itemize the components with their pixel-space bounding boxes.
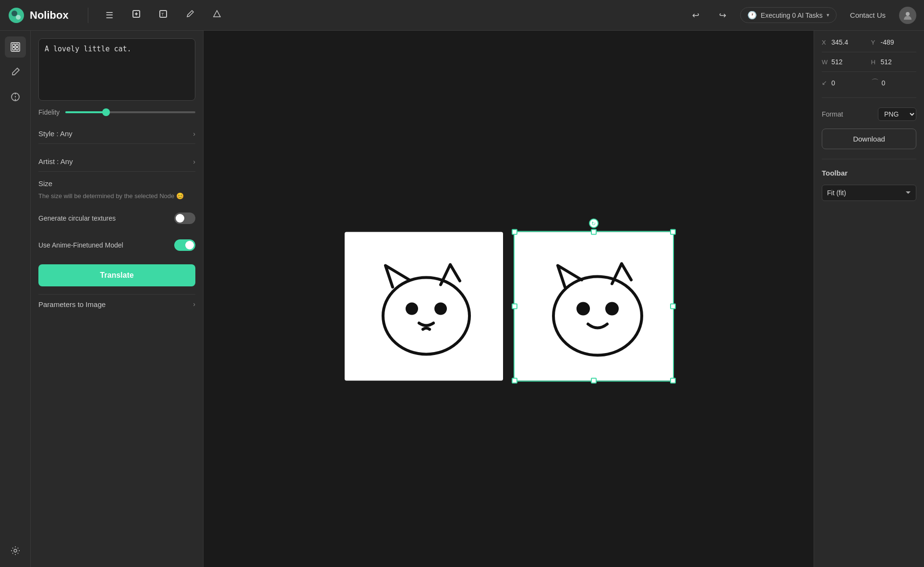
add-button[interactable] (127, 6, 146, 25)
artist-chevron-icon: › (193, 158, 195, 165)
undo-button[interactable]: ↩ (686, 6, 706, 25)
artist-label: Artist : Any (38, 157, 73, 165)
circular-textures-knob (176, 214, 184, 223)
coord-x-label: X (822, 39, 828, 46)
svg-rect-15 (16, 47, 18, 50)
svg-point-10 (906, 12, 910, 16)
redo-icon: ↪ (719, 10, 726, 21)
settings-tool-button[interactable] (5, 540, 26, 561)
fidelity-slider[interactable] (65, 111, 195, 113)
download-button[interactable]: Download (822, 129, 916, 149)
circular-textures-toggle[interactable] (174, 213, 195, 224)
handle-tl[interactable] (512, 229, 517, 235)
icon-bar (0, 31, 31, 567)
coord-angle-value: 0 (831, 79, 835, 87)
brush-icon (185, 9, 195, 21)
coords-grid: X 345.4 Y -489 W 512 H 512 ↙ 0 ⌒ (822, 38, 916, 88)
rotate-handle[interactable]: ↻ (589, 219, 599, 228)
clock-icon: 🕐 (747, 11, 757, 20)
svg-point-19 (383, 278, 469, 354)
cat-drawing-left (357, 242, 491, 371)
contact-button[interactable]: Contact Us (844, 8, 891, 22)
handle-tc[interactable] (591, 229, 597, 235)
fidelity-label: Fidelity (38, 108, 60, 116)
fidelity-row: Fidelity (38, 108, 195, 116)
params-chevron-icon: › (193, 300, 195, 308)
handle-bl[interactable] (512, 378, 517, 384)
menu-button[interactable]: ☰ (100, 6, 119, 25)
canvas-inner: ↻ (345, 232, 673, 381)
text-icon: T (158, 9, 168, 21)
coord-w-label: W (822, 59, 828, 66)
logo-area: Nolibox (8, 7, 69, 24)
size-note: The size will be determined by the selec… (38, 191, 195, 201)
left-panel: Fidelity Style : Any › Artist : Any › Si… (31, 31, 204, 567)
svg-point-24 (607, 304, 617, 314)
executing-badge[interactable]: 🕐 Executing 0 AI Tasks ▾ (740, 7, 837, 23)
artist-row[interactable]: Artist : Any › (38, 152, 195, 172)
text-button[interactable]: T (154, 6, 173, 25)
style-chevron-icon: › (193, 130, 195, 138)
coord-x: X 345.4 (822, 38, 867, 46)
svg-rect-12 (12, 44, 15, 47)
brush-button[interactable] (180, 6, 200, 25)
svg-point-22 (553, 277, 642, 355)
user-avatar[interactable] (899, 7, 916, 24)
coord-h-label: H (871, 59, 878, 66)
style-row[interactable]: Style : Any › (38, 124, 195, 144)
gallery-tool-button[interactable] (5, 36, 26, 58)
handle-tr[interactable] (670, 229, 676, 235)
coord-w-value: 512 (831, 58, 842, 66)
executing-text: Executing 0 AI Tasks (761, 12, 823, 19)
cat-drawing-right (527, 242, 661, 371)
edit-tool-button[interactable] (5, 61, 26, 83)
cat-card-left[interactable] (345, 232, 503, 381)
translate-button[interactable]: Translate (38, 264, 195, 286)
handle-mr[interactable] (670, 304, 676, 309)
coord-separator-2 (822, 71, 916, 72)
coord-angle: ↙ 0 (822, 78, 867, 88)
svg-text:T: T (161, 12, 164, 17)
header-divider (88, 8, 88, 23)
shapes-button[interactable] (207, 6, 227, 25)
cat-card-right[interactable]: ↻ (515, 232, 673, 381)
coord-angle-label: ↙ (822, 79, 828, 86)
coord-y: Y -489 (871, 38, 917, 46)
circular-textures-row: Generate circular textures (38, 209, 195, 228)
undo-icon: ↩ (692, 10, 699, 21)
canvas-area[interactable]: ↻ (204, 31, 814, 567)
coord-separator-1 (822, 52, 916, 52)
format-select[interactable]: PNG JPG WEBP SVG (878, 107, 916, 121)
main-body: Fidelity Style : Any › Artist : Any › Si… (0, 31, 924, 567)
svg-rect-14 (12, 47, 15, 50)
coord-h-value: 512 (881, 58, 892, 66)
svg-point-20 (407, 304, 417, 314)
app-header: Nolibox ☰ T (0, 0, 924, 31)
prompt-input[interactable] (38, 38, 195, 101)
coord-corner-value: 0 (882, 79, 886, 87)
handle-bc[interactable] (591, 378, 597, 384)
format-row: Format PNG JPG WEBP SVG (822, 107, 916, 121)
coord-corner-label: ⌒ (871, 78, 879, 88)
coord-y-value: -489 (881, 38, 894, 46)
redo-button[interactable]: ↪ (713, 6, 732, 25)
handle-br[interactable] (670, 378, 676, 384)
anime-model-knob (185, 241, 194, 249)
params-row[interactable]: Parameters to Image › (38, 294, 195, 314)
coord-w: W 512 (822, 58, 867, 66)
fit-select[interactable]: Fit (fit) Fill Actual Size Width Height (822, 185, 916, 201)
add-icon (132, 9, 141, 21)
right-panel: X 345.4 Y -489 W 512 H 512 ↙ 0 ⌒ (814, 31, 924, 567)
size-section: Size The size will be determined by the … (38, 179, 195, 201)
panel-separator-1 (822, 97, 916, 98)
anime-model-toggle[interactable] (174, 239, 195, 251)
anime-model-label: Use Anime-Finetuned Model (38, 241, 123, 249)
format-label: Format (822, 110, 843, 118)
coord-y-label: Y (871, 39, 878, 46)
coord-h: H 512 (871, 58, 917, 66)
circle-tool-button[interactable] (5, 86, 26, 107)
svg-rect-13 (16, 44, 18, 47)
logo-icon (8, 7, 25, 24)
coord-x-value: 345.4 (831, 38, 848, 46)
handle-ml[interactable] (512, 304, 517, 309)
